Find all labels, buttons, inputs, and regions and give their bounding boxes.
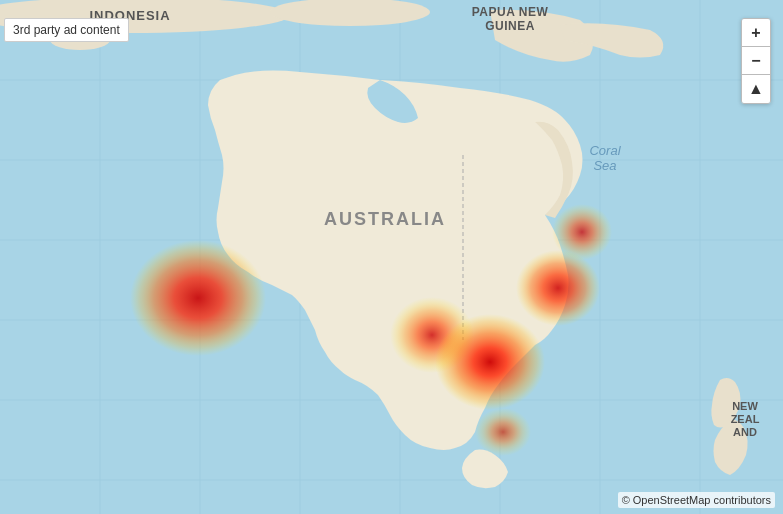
svg-text:AUSTRALIA: AUSTRALIA <box>324 209 446 229</box>
svg-text:NEW: NEW <box>732 400 758 412</box>
svg-text:PAPUA NEW: PAPUA NEW <box>472 5 549 19</box>
heatspot-sydney <box>516 250 600 326</box>
heatspot-melbourne <box>435 314 545 410</box>
zoom-out-button[interactable]: − <box>742 47 770 75</box>
compass-button[interactable]: ▲ <box>742 75 770 103</box>
svg-text:ZEAL: ZEAL <box>731 413 760 425</box>
heatspot-hobart <box>475 408 531 456</box>
svg-text:AND: AND <box>733 426 757 438</box>
svg-text:Sea: Sea <box>593 158 616 173</box>
ad-badge: 3rd party ad content <box>4 18 129 42</box>
svg-text:Coral: Coral <box>589 143 621 158</box>
map-container: Coral Sea INDONESIA PAPUA NEW GUINEA AUS… <box>0 0 783 514</box>
attribution: © OpenStreetMap contributors <box>618 492 775 508</box>
attribution-text: © OpenStreetMap contributors <box>622 494 771 506</box>
map-controls: + − ▲ <box>741 18 771 104</box>
svg-text:GUINEA: GUINEA <box>485 19 535 33</box>
ad-badge-text: 3rd party ad content <box>13 23 120 37</box>
zoom-in-button[interactable]: + <box>742 19 770 47</box>
heatspot-brisbane <box>552 204 612 260</box>
heatspot-perth <box>130 240 266 356</box>
